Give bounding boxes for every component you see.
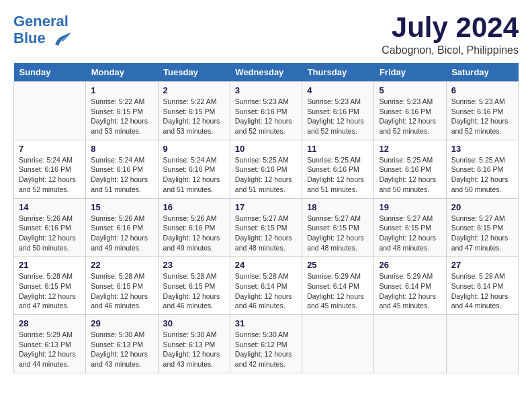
col-thursday: Thursday <box>302 63 374 82</box>
day-info: Sunrise: 5:29 AM Sunset: 6:14 PM Dayligh… <box>379 271 441 311</box>
day-cell: 16Sunrise: 5:26 AM Sunset: 6:16 PM Dayli… <box>158 198 230 257</box>
day-info: Sunrise: 5:23 AM Sunset: 6:16 PM Dayligh… <box>235 97 297 136</box>
day-number: 19 <box>379 202 441 212</box>
day-cell: 18Sunrise: 5:27 AM Sunset: 6:15 PM Dayli… <box>302 198 374 257</box>
day-cell: 30Sunrise: 5:30 AM Sunset: 6:13 PM Dayli… <box>158 315 230 373</box>
title-section: July 2024 Cabognon, Bicol, Philippines <box>382 13 519 56</box>
day-number: 8 <box>91 144 152 154</box>
day-cell: 12Sunrise: 5:25 AM Sunset: 6:16 PM Dayli… <box>374 140 446 198</box>
week-row-3: 14Sunrise: 5:26 AM Sunset: 6:16 PM Dayli… <box>14 198 519 257</box>
week-row-5: 28Sunrise: 5:29 AM Sunset: 6:13 PM Dayli… <box>14 315 519 373</box>
day-info: Sunrise: 5:27 AM Sunset: 6:15 PM Dayligh… <box>451 214 513 253</box>
day-number: 6 <box>451 85 513 95</box>
day-number: 5 <box>379 85 441 95</box>
day-cell: 29Sunrise: 5:30 AM Sunset: 6:13 PM Dayli… <box>86 315 158 373</box>
day-number: 7 <box>19 144 81 154</box>
day-cell: 11Sunrise: 5:25 AM Sunset: 6:16 PM Dayli… <box>302 140 374 198</box>
col-monday: Monday <box>86 63 158 82</box>
day-cell: 14Sunrise: 5:26 AM Sunset: 6:16 PM Dayli… <box>14 198 86 257</box>
day-cell: 4Sunrise: 5:23 AM Sunset: 6:16 PM Daylig… <box>302 82 374 140</box>
calendar-table: Sunday Monday Tuesday Wednesday Thursday… <box>13 63 519 373</box>
calendar-header-row: Sunday Monday Tuesday Wednesday Thursday… <box>14 63 519 82</box>
day-cell <box>446 315 518 373</box>
day-number: 2 <box>163 85 225 95</box>
logo: General Blue <box>13 13 72 48</box>
day-number: 3 <box>235 85 297 95</box>
day-number: 30 <box>163 318 225 328</box>
day-info: Sunrise: 5:30 AM Sunset: 6:13 PM Dayligh… <box>163 330 225 369</box>
day-info: Sunrise: 5:28 AM Sunset: 6:14 PM Dayligh… <box>235 271 297 311</box>
day-cell: 9Sunrise: 5:24 AM Sunset: 6:16 PM Daylig… <box>158 140 230 198</box>
day-info: Sunrise: 5:27 AM Sunset: 6:15 PM Dayligh… <box>235 214 297 253</box>
week-row-2: 7Sunrise: 5:24 AM Sunset: 6:16 PM Daylig… <box>14 140 519 198</box>
day-info: Sunrise: 5:25 AM Sunset: 6:16 PM Dayligh… <box>235 155 297 195</box>
day-number: 29 <box>91 318 152 328</box>
day-info: Sunrise: 5:30 AM Sunset: 6:12 PM Dayligh… <box>235 330 297 369</box>
day-number: 20 <box>451 202 513 212</box>
day-cell: 6Sunrise: 5:23 AM Sunset: 6:16 PM Daylig… <box>446 82 518 140</box>
day-cell: 22Sunrise: 5:28 AM Sunset: 6:15 PM Dayli… <box>86 257 158 315</box>
day-info: Sunrise: 5:25 AM Sunset: 6:16 PM Dayligh… <box>307 155 369 195</box>
day-cell <box>14 82 86 140</box>
day-info: Sunrise: 5:24 AM Sunset: 6:16 PM Dayligh… <box>163 155 225 195</box>
day-number: 11 <box>307 144 369 154</box>
day-cell: 25Sunrise: 5:29 AM Sunset: 6:14 PM Dayli… <box>302 257 374 315</box>
day-info: Sunrise: 5:29 AM Sunset: 6:13 PM Dayligh… <box>19 330 81 369</box>
day-info: Sunrise: 5:26 AM Sunset: 6:16 PM Dayligh… <box>19 214 81 253</box>
day-number: 27 <box>451 260 513 270</box>
day-info: Sunrise: 5:22 AM Sunset: 6:15 PM Dayligh… <box>163 97 225 136</box>
day-info: Sunrise: 5:28 AM Sunset: 6:15 PM Dayligh… <box>163 271 225 311</box>
day-info: Sunrise: 5:28 AM Sunset: 6:15 PM Dayligh… <box>19 271 81 311</box>
logo-blue: Blue <box>13 30 46 46</box>
day-cell: 13Sunrise: 5:25 AM Sunset: 6:16 PM Dayli… <box>446 140 518 198</box>
day-cell: 3Sunrise: 5:23 AM Sunset: 6:16 PM Daylig… <box>230 82 302 140</box>
day-number: 22 <box>91 260 152 270</box>
week-row-4: 21Sunrise: 5:28 AM Sunset: 6:15 PM Dayli… <box>14 257 519 315</box>
day-number: 10 <box>235 144 297 154</box>
day-info: Sunrise: 5:24 AM Sunset: 6:16 PM Dayligh… <box>19 155 81 195</box>
day-cell: 31Sunrise: 5:30 AM Sunset: 6:12 PM Dayli… <box>230 315 302 373</box>
col-friday: Friday <box>374 63 446 82</box>
day-cell: 26Sunrise: 5:29 AM Sunset: 6:14 PM Dayli… <box>374 257 446 315</box>
day-number: 15 <box>91 202 152 212</box>
day-info: Sunrise: 5:25 AM Sunset: 6:16 PM Dayligh… <box>379 155 441 195</box>
day-info: Sunrise: 5:24 AM Sunset: 6:16 PM Dayligh… <box>91 155 152 195</box>
day-info: Sunrise: 5:25 AM Sunset: 6:16 PM Dayligh… <box>451 155 513 195</box>
day-cell: 21Sunrise: 5:28 AM Sunset: 6:15 PM Dayli… <box>14 257 86 315</box>
day-number: 28 <box>19 318 81 328</box>
day-number: 1 <box>91 85 152 95</box>
location-title: Cabognon, Bicol, Philippines <box>382 44 519 56</box>
day-cell: 19Sunrise: 5:27 AM Sunset: 6:15 PM Dayli… <box>374 198 446 257</box>
col-saturday: Saturday <box>446 63 518 82</box>
day-info: Sunrise: 5:29 AM Sunset: 6:14 PM Dayligh… <box>451 271 513 311</box>
day-number: 13 <box>451 144 513 154</box>
day-cell: 15Sunrise: 5:26 AM Sunset: 6:16 PM Dayli… <box>86 198 158 257</box>
day-number: 23 <box>163 260 225 270</box>
day-info: Sunrise: 5:26 AM Sunset: 6:16 PM Dayligh… <box>163 214 225 253</box>
logo-general: General <box>13 13 69 30</box>
day-cell: 10Sunrise: 5:25 AM Sunset: 6:16 PM Dayli… <box>230 140 302 198</box>
day-info: Sunrise: 5:27 AM Sunset: 6:15 PM Dayligh… <box>379 214 441 253</box>
day-info: Sunrise: 5:23 AM Sunset: 6:16 PM Dayligh… <box>307 97 369 136</box>
day-cell: 1Sunrise: 5:22 AM Sunset: 6:15 PM Daylig… <box>86 82 158 140</box>
day-cell: 5Sunrise: 5:23 AM Sunset: 6:16 PM Daylig… <box>374 82 446 140</box>
day-cell: 8Sunrise: 5:24 AM Sunset: 6:16 PM Daylig… <box>86 140 158 198</box>
day-cell: 24Sunrise: 5:28 AM Sunset: 6:14 PM Dayli… <box>230 257 302 315</box>
logo-bird-icon <box>52 30 72 48</box>
day-info: Sunrise: 5:29 AM Sunset: 6:14 PM Dayligh… <box>307 271 369 311</box>
col-wednesday: Wednesday <box>230 63 302 82</box>
day-cell: 2Sunrise: 5:22 AM Sunset: 6:15 PM Daylig… <box>158 82 230 140</box>
col-tuesday: Tuesday <box>158 63 230 82</box>
day-number: 26 <box>379 260 441 270</box>
day-number: 31 <box>235 318 297 328</box>
day-info: Sunrise: 5:23 AM Sunset: 6:16 PM Dayligh… <box>379 97 441 136</box>
day-number: 4 <box>307 85 369 95</box>
day-number: 17 <box>235 202 297 212</box>
day-cell: 23Sunrise: 5:28 AM Sunset: 6:15 PM Dayli… <box>158 257 230 315</box>
day-cell: 28Sunrise: 5:29 AM Sunset: 6:13 PM Dayli… <box>14 315 86 373</box>
day-info: Sunrise: 5:22 AM Sunset: 6:15 PM Dayligh… <box>91 97 152 136</box>
day-number: 16 <box>163 202 225 212</box>
day-info: Sunrise: 5:27 AM Sunset: 6:15 PM Dayligh… <box>307 214 369 253</box>
day-cell: 20Sunrise: 5:27 AM Sunset: 6:15 PM Dayli… <box>446 198 518 257</box>
month-title: July 2024 <box>382 13 519 42</box>
